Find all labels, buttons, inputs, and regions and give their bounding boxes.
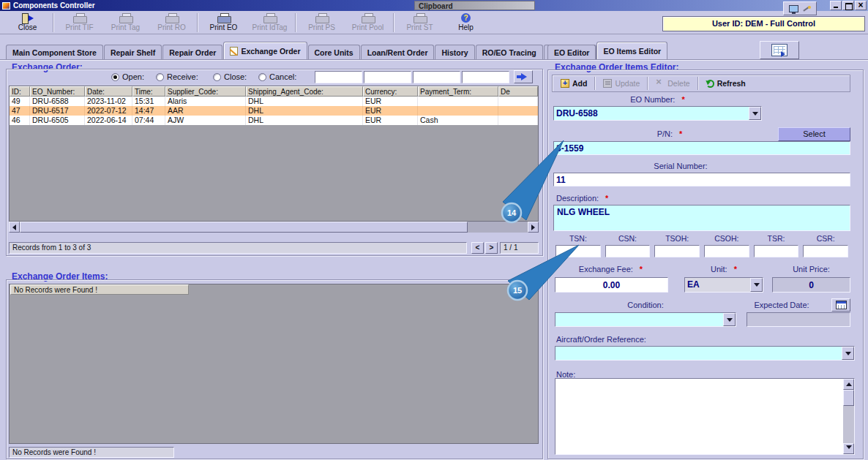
col-header-supplier-code[interactable]: Supplier_Code: bbox=[165, 86, 246, 97]
tab-ro-eo-tracing[interactable]: RO/EO Tracing bbox=[476, 45, 543, 60]
expected-date-field[interactable] bbox=[747, 312, 850, 327]
unit-combo[interactable]: EA bbox=[684, 277, 763, 293]
col-header-eo-number[interactable]: EO_Number: bbox=[30, 86, 85, 97]
scroll-right-icon bbox=[531, 225, 538, 230]
toolbar-separator bbox=[53, 13, 54, 32]
next-page-button[interactable]: > bbox=[485, 242, 498, 254]
add-button[interactable]: Add bbox=[555, 76, 592, 91]
radio-open[interactable] bbox=[111, 73, 119, 81]
tsn-field[interactable] bbox=[555, 245, 601, 257]
radio-receive[interactable] bbox=[156, 73, 164, 81]
tab-repair-order[interactable]: Repair Order bbox=[162, 45, 222, 60]
print-eo-button[interactable]: Print EO bbox=[201, 12, 247, 33]
unit-dropdown-button[interactable] bbox=[750, 278, 763, 292]
filter-input-3[interactable] bbox=[413, 71, 460, 83]
table-row-selected[interactable]: 47 DRU-6517 2022-07-12 14:47 AAR DHL EUR bbox=[10, 106, 538, 116]
tab-baseline bbox=[0, 59, 868, 61]
tab-history[interactable]: History bbox=[435, 45, 474, 60]
unit-price-field[interactable] bbox=[772, 277, 850, 293]
col-header-currency[interactable]: Currency: bbox=[363, 86, 418, 97]
table-horizontal-scrollbar[interactable] bbox=[9, 222, 539, 233]
csoh-field[interactable] bbox=[704, 245, 749, 257]
tab-eo-items-editor[interactable]: EO Items Editor bbox=[596, 42, 667, 60]
col-header-payment-term[interactable]: Payment_Term: bbox=[418, 86, 498, 97]
print-st-button[interactable]: Print ST bbox=[397, 12, 443, 33]
csr-field[interactable] bbox=[803, 245, 848, 257]
unit-value: EA bbox=[685, 278, 750, 292]
pn-field[interactable] bbox=[553, 141, 850, 155]
printer-icon bbox=[414, 13, 427, 23]
counter-tsr: TSR: bbox=[754, 234, 799, 257]
close-window-button[interactable] bbox=[855, 1, 867, 10]
tab-main-component-store[interactable]: Main Component Store bbox=[6, 45, 103, 60]
tab-core-units[interactable]: Core Units bbox=[308, 45, 360, 60]
items-status: No Records were Found ! bbox=[9, 447, 174, 458]
print-idtag-button[interactable]: Print IdTag bbox=[247, 12, 293, 33]
print-ps-button[interactable]: Print PS bbox=[299, 12, 345, 33]
table-row[interactable]: 49 DRU-6588 2023-11-02 15:31 Alaris DHL … bbox=[10, 97, 538, 106]
exchange-fee-field[interactable] bbox=[555, 277, 668, 293]
condition-combo[interactable] bbox=[555, 312, 736, 327]
print-tif-button[interactable]: Print TIF bbox=[56, 12, 102, 33]
print-pool-button[interactable]: Print Pool bbox=[345, 12, 391, 33]
filter-input-2[interactable] bbox=[364, 71, 411, 83]
add-icon bbox=[561, 79, 569, 88]
note-vertical-scrollbar[interactable] bbox=[843, 379, 854, 454]
filter-input-4[interactable] bbox=[462, 71, 509, 83]
toolbar-separator bbox=[295, 13, 296, 32]
col-header-id[interactable]: ID: bbox=[10, 86, 30, 97]
note-field[interactable] bbox=[555, 378, 855, 455]
tab-exchange-order[interactable]: Exchange Order bbox=[223, 42, 307, 60]
tab-bar: Main Component Store Repair Shelf Repair… bbox=[0, 41, 868, 60]
csn-field[interactable] bbox=[605, 245, 651, 257]
title-bar: Components Controller Clipboard bbox=[0, 0, 868, 11]
scrollbar-thumb[interactable] bbox=[843, 390, 854, 406]
scrollbar-thumb[interactable] bbox=[20, 222, 468, 233]
col-header-de[interactable]: De bbox=[498, 86, 538, 97]
tab-repair-shelf[interactable]: Repair Shelf bbox=[104, 45, 162, 60]
delete-button[interactable]: Delete bbox=[651, 76, 695, 91]
aircraft-order-reference-combo[interactable] bbox=[555, 346, 855, 361]
description-field[interactable]: NLG WHEEL bbox=[553, 205, 850, 231]
scroll-up-button[interactable] bbox=[843, 379, 854, 390]
tsoh-field[interactable] bbox=[654, 245, 700, 257]
scroll-left-button[interactable] bbox=[9, 222, 20, 233]
monitor-icon[interactable] bbox=[789, 5, 798, 12]
tsr-field[interactable] bbox=[754, 245, 799, 257]
refresh-button[interactable]: Refresh bbox=[701, 76, 751, 91]
scroll-right-button[interactable] bbox=[528, 222, 539, 233]
tab-loan-rent-order[interactable]: Loan/Rent Order bbox=[361, 45, 435, 60]
counter-csoh: CSOH: bbox=[704, 234, 749, 257]
eo-number-combo[interactable]: DRU-6588 bbox=[553, 106, 762, 121]
prev-page-button[interactable]: < bbox=[471, 242, 484, 254]
pn-select-button[interactable]: Select bbox=[778, 127, 850, 141]
radio-cancel[interactable] bbox=[258, 73, 266, 81]
update-button[interactable]: Update bbox=[598, 76, 645, 91]
print-ro-button[interactable]: Print RO bbox=[149, 12, 195, 33]
filter-input-1[interactable] bbox=[315, 71, 362, 83]
exchange-order-table: ID: EO_Number: Date: Time: Supplier_Code… bbox=[9, 86, 539, 222]
tab-eo-editor[interactable]: EO Editor bbox=[547, 45, 596, 60]
items-table-empty-area bbox=[9, 284, 539, 444]
col-header-date[interactable]: Date: bbox=[85, 86, 132, 97]
minimize-button[interactable] bbox=[830, 1, 842, 10]
maximize-button[interactable] bbox=[842, 1, 854, 10]
filter-apply-button[interactable] bbox=[514, 70, 533, 83]
tools-icon[interactable] bbox=[802, 5, 811, 12]
condition-dropdown-button[interactable] bbox=[723, 313, 736, 326]
help-button[interactable]: Help bbox=[443, 12, 489, 33]
print-tag-button[interactable]: Print Tag bbox=[102, 12, 149, 33]
eo-number-dropdown-button[interactable] bbox=[749, 107, 761, 120]
close-button[interactable]: Close bbox=[4, 12, 50, 33]
aircraft-dropdown-button[interactable] bbox=[842, 347, 854, 360]
unit-label: Unit:* bbox=[684, 265, 763, 274]
scroll-down-button[interactable] bbox=[843, 443, 854, 454]
table-row[interactable]: 46 DRU-6505 2022-06-14 07:44 AJW DHL EUR… bbox=[10, 116, 538, 125]
editor-toolbar: Add Update Delete Refresh bbox=[552, 75, 850, 92]
export-to-excel-button[interactable] bbox=[760, 41, 799, 59]
serial-number-field[interactable] bbox=[553, 173, 850, 186]
col-header-shipping-agent-code[interactable]: Shipping_Agent_Code: bbox=[246, 86, 363, 97]
calendar-button[interactable] bbox=[831, 298, 850, 312]
col-header-time[interactable]: Time: bbox=[132, 86, 165, 97]
radio-close[interactable] bbox=[213, 73, 221, 81]
